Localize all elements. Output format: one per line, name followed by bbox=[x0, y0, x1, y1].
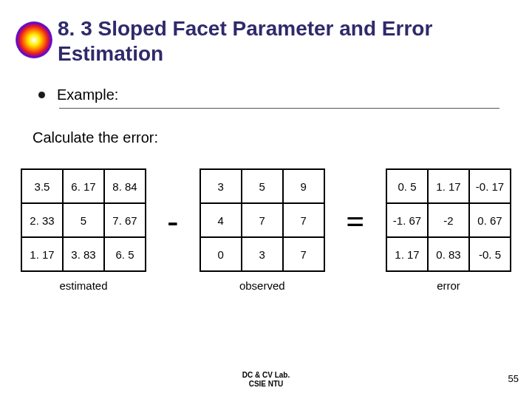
title-row: 8. 3 Sloped Facet Parameter and Error Es… bbox=[0, 0, 532, 66]
table-row: 3.5 6. 17 8. 84 bbox=[21, 169, 146, 203]
table-row: 1. 17 3. 83 6. 5 bbox=[21, 237, 146, 271]
equals-operator: = bbox=[341, 202, 369, 240]
cell: 3. 83 bbox=[63, 237, 104, 271]
cell: 0. 67 bbox=[469, 203, 511, 237]
estimated-table-block: 3.5 6. 17 8. 84 2. 33 5 7. 67 1. 17 3. 8… bbox=[21, 168, 146, 292]
error-table: 0. 5 1. 17 -0. 17 -1. 67 -2 0. 67 1. 17 … bbox=[386, 168, 511, 272]
error-caption: error bbox=[437, 279, 460, 292]
cell: -1. 67 bbox=[386, 203, 428, 237]
instruction-text: Calculate the error: bbox=[0, 109, 532, 146]
error-table-block: 0. 5 1. 17 -0. 17 -1. 67 -2 0. 67 1. 17 … bbox=[386, 168, 511, 292]
table-row: 1. 17 0. 83 -0. 5 bbox=[386, 237, 511, 271]
table-row: 2. 33 5 7. 67 bbox=[21, 203, 146, 237]
cell: 2. 33 bbox=[21, 203, 63, 237]
cell: 9 bbox=[283, 169, 324, 203]
footer-lab: DC & CV Lab. bbox=[0, 371, 532, 380]
footer: DC & CV Lab. CSIE NTU bbox=[0, 371, 532, 389]
cell: 0. 5 bbox=[386, 169, 428, 203]
cell: -2 bbox=[428, 203, 469, 237]
example-label: Example: bbox=[57, 86, 118, 103]
table-row: 4 7 7 bbox=[200, 203, 324, 237]
estimated-table: 3.5 6. 17 8. 84 2. 33 5 7. 67 1. 17 3. 8… bbox=[21, 168, 146, 272]
cell: 6. 5 bbox=[104, 237, 146, 271]
cell: 3.5 bbox=[21, 169, 63, 203]
svg-point-0 bbox=[16, 21, 52, 58]
estimated-caption: estimated bbox=[59, 279, 107, 292]
cell: 0 bbox=[200, 237, 242, 271]
cell: -0. 17 bbox=[469, 169, 511, 203]
table-row: -1. 67 -2 0. 67 bbox=[386, 203, 511, 237]
cell: 5 bbox=[242, 169, 283, 203]
observed-caption: observed bbox=[239, 279, 285, 292]
color-blob-icon bbox=[15, 21, 53, 59]
observed-table-block: 3 5 9 4 7 7 0 3 7 observed bbox=[200, 168, 325, 292]
cell: 3 bbox=[242, 237, 283, 271]
cell: 5 bbox=[63, 203, 104, 237]
cell: 4 bbox=[200, 203, 242, 237]
cell: 7 bbox=[283, 203, 324, 237]
cell: 7 bbox=[242, 203, 283, 237]
cell: -0. 5 bbox=[469, 237, 511, 271]
section-title: 8. 3 Sloped Facet Parameter and Error Es… bbox=[58, 16, 517, 66]
cell: 1. 17 bbox=[386, 237, 428, 271]
cell: 1. 17 bbox=[428, 169, 469, 203]
table-row: 0 3 7 bbox=[200, 237, 324, 271]
cell: 7. 67 bbox=[104, 203, 146, 237]
cell: 1. 17 bbox=[21, 237, 63, 271]
footer-dept: CSIE NTU bbox=[0, 380, 532, 389]
minus-operator: - bbox=[163, 202, 183, 240]
bullet-icon bbox=[38, 92, 45, 98]
cell: 6. 17 bbox=[63, 169, 104, 203]
cell: 7 bbox=[283, 237, 324, 271]
table-row: 3 5 9 bbox=[200, 169, 324, 203]
bullet-row: Example: bbox=[0, 66, 532, 103]
table-row: 0. 5 1. 17 -0. 17 bbox=[386, 169, 511, 203]
tables-row: 3.5 6. 17 8. 84 2. 33 5 7. 67 1. 17 3. 8… bbox=[0, 146, 532, 292]
cell: 3 bbox=[200, 169, 242, 203]
page-number: 55 bbox=[508, 373, 519, 384]
cell: 0. 83 bbox=[428, 237, 469, 271]
cell: 8. 84 bbox=[104, 169, 146, 203]
observed-table: 3 5 9 4 7 7 0 3 7 bbox=[200, 168, 325, 272]
